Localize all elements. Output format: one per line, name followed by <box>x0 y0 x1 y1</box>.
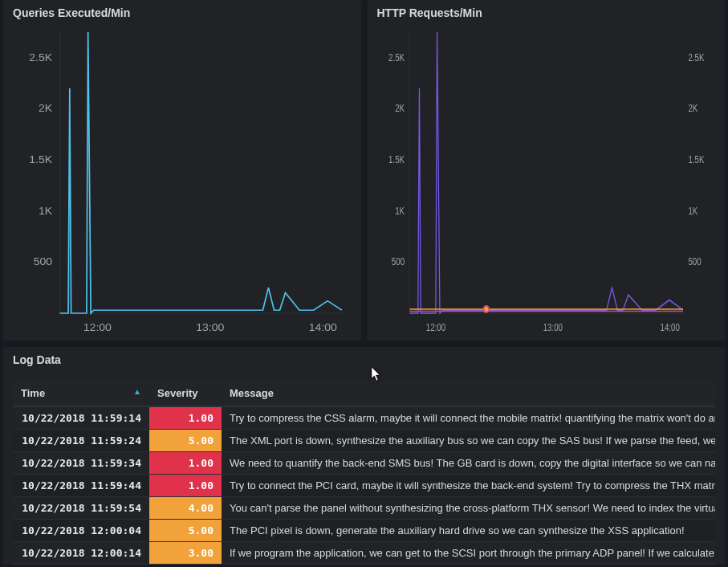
svg-text:13:00: 13:00 <box>543 322 562 332</box>
chart-area[interactable]: 5001K1.5K2K2.5K5001K1.5K2K2.5K12:0013:00… <box>377 24 716 337</box>
message-cell: The XML port is down, synthesize the aux… <box>222 430 715 452</box>
severity-cell: 5.00 <box>149 520 222 542</box>
log-table: Time ▲ Severity Message 10/22/2018 11:59… <box>13 381 715 565</box>
column-label: Message <box>230 387 274 399</box>
time-cell: 10/22/2018 11:59:24 <box>13 430 149 452</box>
svg-text:1.5K: 1.5K <box>29 154 52 165</box>
severity-cell: 1.00 <box>149 406 222 430</box>
message-cell: Try to connect the PCI card, maybe it wi… <box>222 475 715 497</box>
svg-text:1K: 1K <box>395 206 405 216</box>
table-row[interactable]: 10/22/2018 11:59:245.00The XML port is d… <box>13 430 715 452</box>
log-data-panel: Log Data Time ▲ Severity Message 10/22/2… <box>3 347 725 565</box>
table-row[interactable]: 10/22/2018 11:59:341.00We need to quanti… <box>13 452 715 475</box>
svg-text:500: 500 <box>391 256 404 267</box>
svg-text:12:00: 12:00 <box>425 322 445 332</box>
column-label: Severity <box>157 387 198 399</box>
svg-text:500: 500 <box>688 256 701 267</box>
time-cell: 10/22/2018 12:00:04 <box>13 520 149 542</box>
sort-asc-icon: ▲ <box>133 387 141 396</box>
message-cell: If we program the application, we can ge… <box>222 542 715 565</box>
time-cell: 10/22/2018 11:59:54 <box>13 497 149 520</box>
message-cell: We need to quantify the back-end SMS bus… <box>222 452 715 475</box>
message-cell: You can't parse the panel without synthe… <box>222 497 715 520</box>
time-cell: 10/22/2018 12:00:14 <box>13 542 149 565</box>
http-chart-panel[interactable]: HTTP Requests/Min 5001K1.5K2K2.5K5001K1.… <box>368 0 726 341</box>
svg-text:1.5K: 1.5K <box>388 154 405 165</box>
message-cell: Try to compress the CSS alarm, maybe it … <box>222 406 715 430</box>
panel-title: HTTP Requests/Min <box>377 6 716 19</box>
chart-panels-row: Queries Executed/Min 5001K1.5K2K2.5K12:0… <box>0 0 728 341</box>
table-row[interactable]: 10/22/2018 11:59:544.00You can't parse t… <box>13 497 715 520</box>
svg-text:12:00: 12:00 <box>83 322 112 333</box>
svg-text:14:00: 14:00 <box>660 322 679 332</box>
time-cell: 10/22/2018 11:59:34 <box>13 452 149 475</box>
svg-text:14:00: 14:00 <box>309 322 337 333</box>
chart-area[interactable]: 5001K1.5K2K2.5K12:0013:0014:00 <box>13 24 352 337</box>
svg-text:500: 500 <box>34 256 52 267</box>
table-row[interactable]: 10/22/2018 11:59:441.00Try to connect th… <box>13 475 715 497</box>
column-label: Time <box>21 387 45 399</box>
svg-point-26 <box>484 307 488 312</box>
table-row[interactable]: 10/22/2018 12:00:143.00If we program the… <box>13 542 715 565</box>
queries-chart-panel[interactable]: Queries Executed/Min 5001K1.5K2K2.5K12:0… <box>3 0 361 341</box>
panel-title: Log Data <box>13 353 715 366</box>
svg-text:2K: 2K <box>688 103 698 113</box>
svg-text:2.5K: 2.5K <box>388 52 405 63</box>
table-row[interactable]: 10/22/2018 11:59:141.00Try to compress t… <box>13 406 715 430</box>
severity-cell: 5.00 <box>149 430 222 452</box>
panel-title: Queries Executed/Min <box>13 6 352 19</box>
svg-text:1K: 1K <box>39 206 52 217</box>
svg-text:2.5K: 2.5K <box>29 52 52 63</box>
svg-text:2.5K: 2.5K <box>688 52 705 63</box>
svg-text:1K: 1K <box>688 206 698 216</box>
column-header-time[interactable]: Time ▲ <box>13 381 149 406</box>
svg-text:2K: 2K <box>395 103 405 113</box>
svg-text:1.5K: 1.5K <box>688 154 705 165</box>
time-cell: 10/22/2018 11:59:14 <box>13 406 149 430</box>
column-header-message[interactable]: Message <box>222 381 715 406</box>
severity-cell: 4.00 <box>149 497 222 520</box>
message-cell: The PCI pixel is down, generate the auxi… <box>222 520 715 542</box>
table-row[interactable]: 10/22/2018 12:00:045.00The PCI pixel is … <box>13 520 715 542</box>
svg-text:2K: 2K <box>39 103 52 114</box>
severity-cell: 1.00 <box>149 452 222 475</box>
severity-cell: 1.00 <box>149 475 222 497</box>
svg-text:13:00: 13:00 <box>196 322 224 333</box>
time-cell: 10/22/2018 11:59:44 <box>13 475 149 497</box>
severity-cell: 3.00 <box>149 542 222 565</box>
column-header-severity[interactable]: Severity <box>149 381 222 406</box>
